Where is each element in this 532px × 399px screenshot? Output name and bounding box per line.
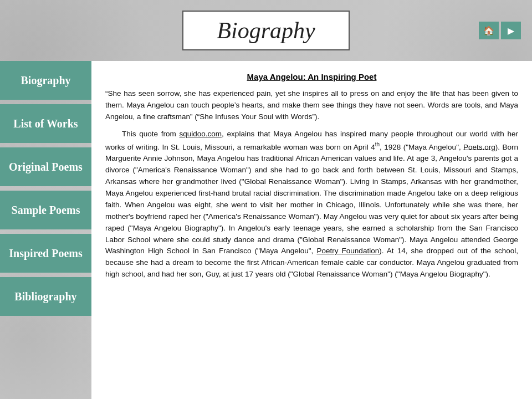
paragraph-1: “She has seen sorrow, she has experience…: [105, 88, 518, 123]
page-title: Biography: [217, 17, 315, 44]
sidebar-item-label: Bibliography: [14, 290, 76, 303]
sidebar-item-label: Biography: [21, 74, 70, 87]
squidoo-link[interactable]: squidoo.com,: [180, 130, 224, 138]
home-button[interactable]: 🏠: [479, 22, 499, 39]
poetry-foundation-link[interactable]: Poetry Foundation: [316, 247, 379, 255]
header: Biography 🏠 ▶: [0, 0, 532, 61]
sidebar-item-label: Inspired Poems: [9, 247, 82, 260]
sidebar-item-inspired-poems[interactable]: Inspired Poems: [0, 234, 91, 273]
main-content: Biography List of Works Original Poems S…: [0, 61, 532, 399]
sidebar-item-label: Sample Poems: [12, 203, 80, 217]
sidebar-item-biography[interactable]: Biography: [0, 61, 91, 100]
home-icon: 🏠: [483, 25, 494, 36]
sidebar-item-sample-poems[interactable]: Sample Poems: [0, 191, 91, 229]
sidebar-item-label: Original Poems: [9, 160, 83, 173]
poets-org-link[interactable]: Poets.org: [463, 142, 495, 151]
sidebar-item-label: List of Works: [13, 117, 78, 130]
sidebar-item-list-of-works[interactable]: List of Works: [0, 104, 91, 143]
nav-icons: 🏠 ▶: [479, 22, 521, 39]
title-box: Biography: [182, 11, 349, 50]
sidebar-item-original-poems[interactable]: Original Poems: [0, 147, 91, 186]
forward-button[interactable]: ▶: [501, 22, 521, 39]
page-wrapper: Biography 🏠 ▶ Biography List of Works Or…: [0, 0, 532, 399]
sidebar-item-bibliography[interactable]: Bibliography: [0, 277, 91, 316]
forward-icon: ▶: [508, 25, 514, 36]
paragraph-2: This quote from squidoo.com, explains th…: [105, 129, 518, 280]
content-title: Maya Angelou: An Inspiring Poet: [105, 72, 518, 81]
content-area: Maya Angelou: An Inspiring Poet “She has…: [91, 61, 532, 399]
content-body: “She has seen sorrow, she has experience…: [105, 88, 518, 280]
sidebar: Biography List of Works Original Poems S…: [0, 61, 91, 399]
